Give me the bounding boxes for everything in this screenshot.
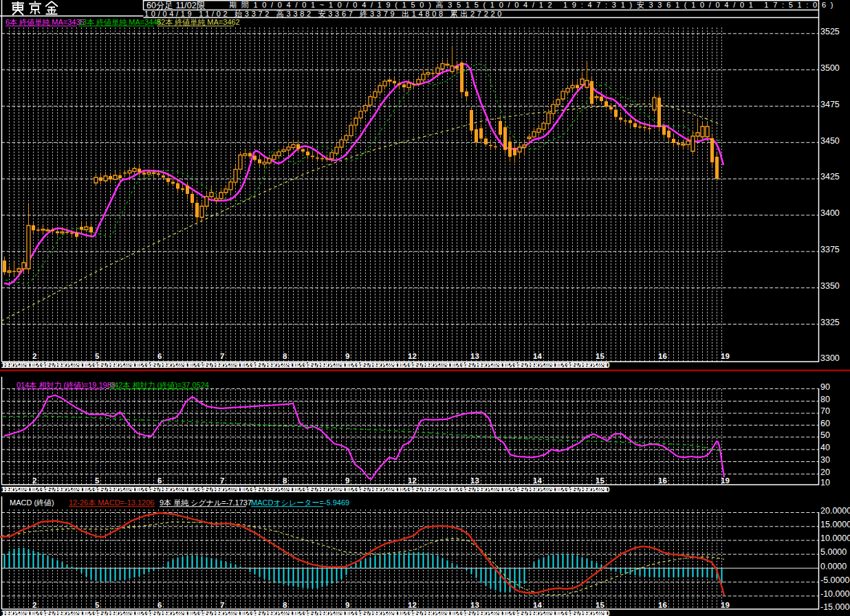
svg-text:181920212223101112131415171819: 1819202122231011121314151718192021222310… bbox=[1, 609, 610, 616]
svg-text:9: 9 bbox=[345, 476, 349, 485]
svg-text:期間10/04/01~10/04/19(150)高3515(: 期間10/04/01~10/04/19(150)高3515(10/04/12 1… bbox=[229, 1, 838, 9]
svg-text:3425: 3425 bbox=[820, 172, 840, 182]
svg-text:3525: 3525 bbox=[820, 27, 840, 36]
svg-text:9本 単純 シグナル=-7.1737: 9本 単純 シグナル=-7.1737 bbox=[160, 498, 252, 507]
svg-text:7: 7 bbox=[220, 476, 224, 485]
svg-text:13本 終値単純 MA=3444: 13本 終値単純 MA=3444 bbox=[78, 18, 162, 26]
svg-text:15: 15 bbox=[596, 601, 604, 609]
svg-text:3350: 3350 bbox=[820, 281, 840, 291]
svg-text:12: 12 bbox=[408, 601, 417, 609]
svg-text:014本 相対力 (終値)=19.1988: 014本 相対力 (終値)=19.1988 bbox=[17, 381, 116, 389]
svg-text:14: 14 bbox=[533, 352, 542, 360]
svg-text:13: 13 bbox=[470, 352, 479, 360]
svg-text:6本 終値単純 MA=3435: 6本 終値単純 MA=3435 bbox=[6, 18, 85, 26]
svg-text:60: 60 bbox=[820, 419, 830, 428]
svg-text:60分足 11/02限: 60分足 11/02限 bbox=[146, 1, 206, 10]
svg-text:2: 2 bbox=[32, 476, 36, 485]
svg-text:5: 5 bbox=[95, 352, 100, 360]
svg-text:12: 12 bbox=[408, 352, 417, 360]
svg-text:8: 8 bbox=[283, 601, 287, 609]
svg-text:042本 相対力 (終値)=37.0524: 042本 相対力 (終値)=37.0524 bbox=[110, 381, 209, 389]
svg-text:14: 14 bbox=[533, 476, 542, 485]
svg-text:8: 8 bbox=[283, 352, 287, 360]
svg-text:6: 6 bbox=[157, 476, 162, 485]
svg-text:3400: 3400 bbox=[820, 208, 840, 218]
svg-text:2: 2 bbox=[32, 601, 36, 609]
svg-text:3450: 3450 bbox=[820, 136, 840, 146]
svg-text:10.0000: 10.0000 bbox=[820, 534, 850, 543]
svg-text:19: 19 bbox=[721, 352, 730, 360]
svg-text:2: 2 bbox=[32, 352, 36, 360]
svg-text:3325: 3325 bbox=[820, 318, 840, 327]
svg-text:30: 30 bbox=[820, 455, 830, 465]
svg-text:8: 8 bbox=[283, 476, 287, 485]
svg-text:9: 9 bbox=[345, 352, 349, 360]
svg-text:5: 5 bbox=[95, 601, 100, 609]
svg-text:16: 16 bbox=[658, 476, 667, 485]
svg-text:13: 13 bbox=[470, 601, 479, 609]
svg-text:6: 6 bbox=[157, 352, 162, 360]
svg-text:-15.0000: -15.0000 bbox=[820, 602, 850, 612]
svg-text:5.0000: 5.0000 bbox=[820, 547, 847, 557]
svg-text:3375: 3375 bbox=[820, 245, 840, 254]
svg-text:12-26本 MACD=-13.1206: 12-26本 MACD=-13.1206 bbox=[69, 498, 154, 507]
svg-text:7: 7 bbox=[220, 601, 224, 609]
svg-text:40: 40 bbox=[820, 443, 830, 452]
svg-text:90: 90 bbox=[820, 382, 830, 392]
svg-text:16: 16 bbox=[658, 352, 667, 360]
svg-text:52本 終値単純 MA=3462: 52本 終値単純 MA=3462 bbox=[157, 18, 240, 26]
svg-text:70: 70 bbox=[820, 406, 830, 416]
svg-text:10: 10 bbox=[820, 478, 830, 487]
svg-text:MACDオシレーター=-5.9469: MACDオシレーター=-5.9469 bbox=[251, 498, 349, 507]
svg-text:12: 12 bbox=[408, 476, 417, 485]
svg-text:50: 50 bbox=[820, 430, 830, 440]
svg-text:-10.0000: -10.0000 bbox=[820, 589, 850, 599]
svg-text:3500: 3500 bbox=[820, 63, 840, 73]
svg-text:3475: 3475 bbox=[820, 100, 840, 109]
svg-text:7: 7 bbox=[220, 352, 224, 360]
svg-text:20: 20 bbox=[820, 468, 830, 477]
svg-text:80: 80 bbox=[820, 395, 830, 404]
svg-text:181920212223101112131415171819: 1819202122231011121314151718192021222310… bbox=[1, 485, 610, 494]
svg-text:9: 9 bbox=[345, 601, 349, 609]
svg-text:15: 15 bbox=[596, 476, 604, 485]
svg-text:3300: 3300 bbox=[820, 353, 840, 363]
svg-text:10/04/19 11/02 始3372 高3382 安33: 10/04/19 11/02 始3372 高3382 安3367 終3379 出… bbox=[144, 10, 504, 18]
svg-text:6: 6 bbox=[157, 601, 162, 609]
svg-text:19: 19 bbox=[721, 476, 730, 485]
svg-text:0.0000: 0.0000 bbox=[820, 562, 847, 571]
svg-text:15: 15 bbox=[596, 352, 604, 360]
svg-text:20.0000: 20.0000 bbox=[820, 506, 850, 516]
svg-text:15.0000: 15.0000 bbox=[820, 520, 850, 529]
svg-text:5: 5 bbox=[95, 476, 100, 485]
svg-text:14: 14 bbox=[533, 601, 542, 609]
svg-text:19: 19 bbox=[721, 601, 730, 609]
svg-text:-5.0000: -5.0000 bbox=[820, 575, 849, 585]
svg-text:181920212223101112131415171819: 1819202122231011121314151718192021222310… bbox=[1, 361, 610, 369]
svg-text:16: 16 bbox=[658, 601, 667, 609]
svg-text:MACD (終値): MACD (終値) bbox=[10, 498, 54, 507]
svg-text:13: 13 bbox=[470, 476, 479, 485]
